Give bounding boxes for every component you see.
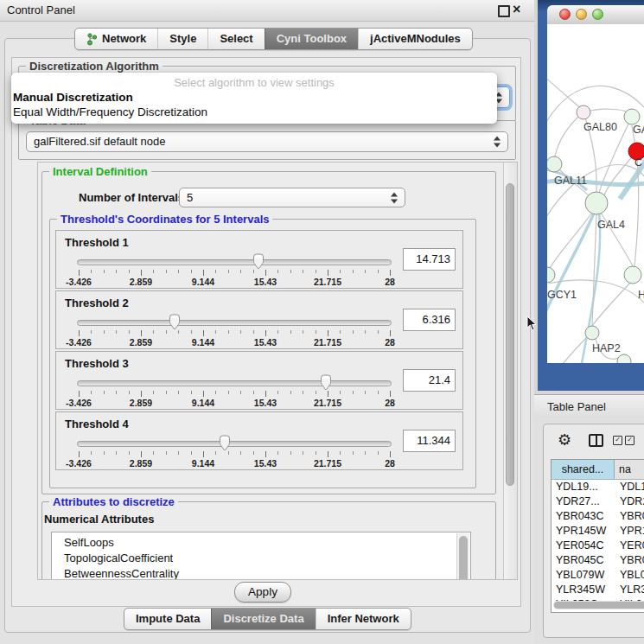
- attribute-item-topologicalcoefficient[interactable]: TopologicalCoefficient: [52, 551, 470, 566]
- tick-mark: [303, 330, 303, 334]
- tick-mark: [191, 451, 192, 455]
- discretization-algorithm-group-title: Discretization Algorithm: [26, 60, 163, 73]
- table-row[interactable]: YLR345WYLR3: [552, 583, 644, 597]
- scale-label: 15.43: [254, 398, 277, 408]
- float-window-icon[interactable]: [498, 5, 510, 17]
- cell-shared-name: YBL079W: [552, 568, 618, 583]
- slider-track[interactable]: [77, 259, 392, 265]
- attribute-item-selfloops[interactable]: SelfLoops: [52, 535, 470, 551]
- table-horizontal-scrollbar[interactable]: [553, 601, 644, 609]
- checkbox-icon[interactable]: ✓: [613, 436, 622, 445]
- close-icon[interactable]: ×: [513, 1, 520, 18]
- network-edge[interactable]: [555, 112, 583, 156]
- threshold-slider[interactable]: -3.4262.8599.14415.4321.71528: [77, 255, 392, 286]
- network-canvas[interactable]: GAL80GACGAL11GAL4GCY1HHAP2: [547, 24, 644, 363]
- threshold-slider[interactable]: -3.4262.8599.14415.4321.71528: [77, 437, 392, 468]
- tick-mark: [191, 330, 192, 334]
- tick-mark: [340, 330, 341, 334]
- network-node[interactable]: [585, 192, 608, 214]
- threshold-slider[interactable]: -3.4262.8599.14415.4321.71528: [77, 376, 392, 407]
- slider-thumb[interactable]: [219, 435, 232, 451]
- tab-cyni-toolbox[interactable]: Cyni Toolbox: [265, 29, 358, 49]
- slider-thumb[interactable]: [319, 374, 332, 391]
- attribute-item-betweennesscentrality[interactable]: BetweennessCentrality: [52, 566, 470, 580]
- node-attribute-table: shared... na YDL19...YDL1YDR27...YDR2YBR…: [551, 459, 644, 613]
- apply-button[interactable]: Apply: [234, 582, 291, 603]
- slider-thumb[interactable]: [168, 314, 181, 330]
- tab-infer-network[interactable]: Infer Network: [316, 609, 411, 629]
- tab-jactivemnodules[interactable]: jActiveMNodules: [358, 29, 472, 49]
- network-node[interactable]: [585, 326, 599, 340]
- table-row[interactable]: YBL079WYBL0: [552, 568, 644, 583]
- number-of-intervals-combobox[interactable]: 5: [179, 188, 405, 207]
- settings-scrollbar-thumb[interactable]: [506, 183, 514, 486]
- algorithm-placeholder-option[interactable]: Select algorithm to view settings: [11, 75, 497, 90]
- numerical-attributes-list[interactable]: SelfLoopsTopologicalCoefficientBetweenne…: [51, 532, 471, 580]
- table-row[interactable]: YBR045CYBR0: [552, 553, 644, 568]
- table-row[interactable]: YBR043CYBR0: [552, 509, 644, 524]
- tab-discretize-data[interactable]: Discretize Data: [211, 609, 315, 629]
- tab-impute-data[interactable]: Impute Data: [124, 609, 211, 629]
- threshold-value-field[interactable]: 21.4: [403, 369, 456, 392]
- tick-mark: [328, 391, 328, 397]
- network-edge[interactable]: [547, 76, 582, 110]
- tab-style[interactable]: Style: [157, 29, 207, 49]
- tick-mark: [116, 451, 117, 455]
- threshold-value-field[interactable]: 11.344: [403, 430, 456, 452]
- column-header-name[interactable]: na: [615, 460, 644, 479]
- table-row[interactable]: YER054CYER0: [552, 539, 644, 553]
- network-edge[interactable]: [592, 214, 596, 326]
- table-row[interactable]: YDR27...YDR2: [552, 494, 644, 509]
- network-node[interactable]: [617, 354, 631, 363]
- tick-mark: [228, 330, 229, 334]
- tick-mark: [328, 330, 328, 336]
- slider-track[interactable]: [77, 380, 392, 386]
- node-table-container: ⚙ ✓ ✓ shared... na YDL19...YDL1YDR27...Y…: [543, 424, 644, 638]
- zoom-traffic-light-icon[interactable]: [592, 9, 603, 20]
- cell-shared-name: YPR145W: [552, 524, 618, 539]
- split-columns-icon[interactable]: [589, 434, 603, 447]
- table-row[interactable]: YPR145WYPR1: [552, 524, 644, 539]
- network-node[interactable]: [624, 109, 640, 124]
- settings-scrollbar[interactable]: [503, 163, 517, 579]
- close-traffic-light-icon[interactable]: [559, 9, 571, 20]
- slider-scale-labels: -3.4262.8599.14415.4321.71528: [79, 458, 390, 469]
- node-label-hap2: HAP2: [592, 342, 621, 354]
- threshold-slider[interactable]: -3.4262.8599.14415.4321.71528: [77, 316, 392, 347]
- slider-track[interactable]: [77, 441, 392, 447]
- network-node[interactable]: [547, 267, 555, 283]
- threshold-value-field[interactable]: 6.316: [403, 309, 456, 331]
- network-edge[interactable]: [592, 282, 631, 326]
- threshold-label: Threshold 3: [65, 357, 129, 370]
- minimize-traffic-light-icon[interactable]: [576, 9, 587, 20]
- tick-mark: [353, 270, 354, 273]
- network-node[interactable]: [624, 266, 641, 284]
- tab-network[interactable]: Network: [75, 29, 157, 49]
- slider-ticks: [79, 451, 390, 458]
- tab-select[interactable]: Select: [207, 29, 264, 49]
- algorithm-option-equal-width[interactable]: Equal Width/Frequency Discretization: [11, 105, 497, 119]
- tick-mark: [153, 270, 154, 273]
- network-node[interactable]: [547, 156, 562, 172]
- slider-track[interactable]: [77, 320, 392, 326]
- tick-mark: [153, 451, 154, 455]
- tick-mark: [316, 330, 316, 334]
- column-header-shared-name[interactable]: shared...: [552, 460, 615, 479]
- checkbox-icon[interactable]: ✓: [625, 436, 634, 445]
- gear-icon[interactable]: ⚙: [558, 430, 571, 449]
- network-node[interactable]: [577, 105, 590, 119]
- table-scrollbar-thumb[interactable]: [554, 602, 644, 609]
- table-data-combobox[interactable]: galFiltered.sif default node: [26, 131, 508, 152]
- algorithm-option-manual[interactable]: Manual Discretization: [11, 90, 497, 105]
- tick-mark: [316, 270, 316, 273]
- threshold-value-field[interactable]: 14.713: [403, 248, 456, 271]
- slider-ticks: [79, 270, 390, 277]
- network-view-window: GAL80GACGAL11GAL4GCY1HHAP2: [538, 0, 644, 391]
- tick-mark: [277, 451, 278, 455]
- slider-thumb[interactable]: [252, 253, 265, 270]
- table-row[interactable]: YDL19...YDL1: [552, 480, 644, 494]
- tick-mark: [365, 330, 366, 334]
- list-scrollbar-thumb[interactable]: [459, 536, 468, 580]
- cell-name: YBR0: [618, 509, 644, 524]
- list-scrollbar[interactable]: [456, 533, 469, 580]
